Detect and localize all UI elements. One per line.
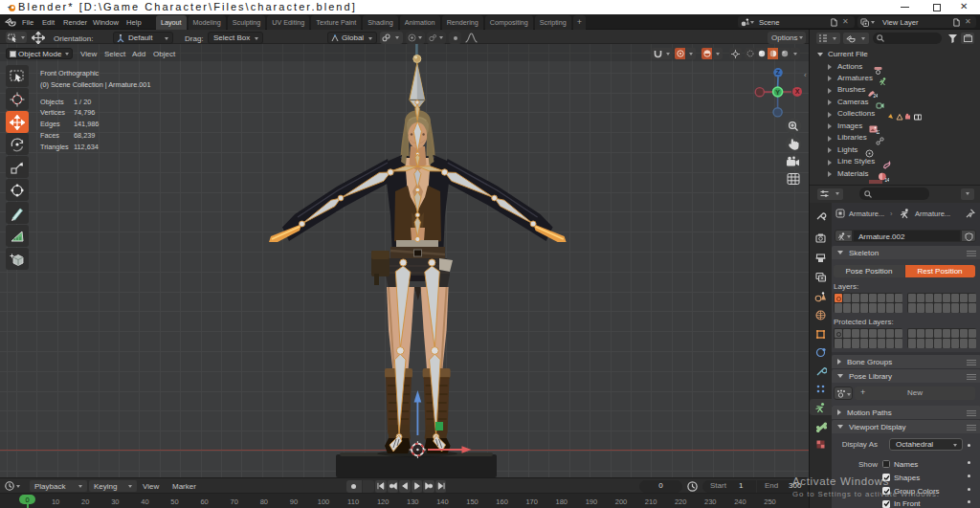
svg-text:147: 147 bbox=[885, 177, 890, 182]
svg-text:Y: Y bbox=[775, 89, 780, 96]
svg-text:‹: ‹ bbox=[804, 71, 807, 79]
svg-text:Z: Z bbox=[776, 69, 781, 76]
svg-text:X: X bbox=[795, 88, 800, 95]
